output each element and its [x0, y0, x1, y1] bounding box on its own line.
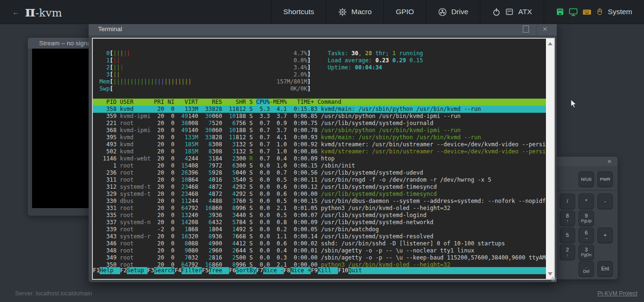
fkey-f4[interactable]: F4	[174, 267, 181, 274]
process-row-221[interactable]: 221 root 20 0 38008 7520 6756 S 0.7 0.9 …	[93, 120, 546, 127]
fkey-f7[interactable]: F7	[256, 267, 263, 274]
key-6[interactable]: 6→	[578, 227, 594, 243]
process-row-329[interactable]: 329 systemd-t 20 0 23468 4872 4292 S 0.0…	[93, 191, 546, 198]
key-3[interactable]: 3PgDn	[578, 244, 594, 260]
fkey-label-f7[interactable]: Nice -	[263, 267, 283, 274]
process-row-331[interactable]: 331 root 20 0 64792 16860 8996 S 0.0 2.1…	[93, 205, 546, 212]
key-8[interactable]: 8↑	[560, 210, 575, 226]
htop-screen: 0[|||||4.7%] 1[||0.0%] 2[|||3.4%] 3[||2.…	[93, 39, 546, 279]
keyboard-icon	[582, 8, 592, 16]
process-row-348[interactable]: 348 root 20 0 9080 2960 2644 S 0.0 0.4 0…	[93, 247, 546, 254]
htop-process-table: PID USER PRI NI VIRT RES SHR S CPU%-MEM%…	[93, 99, 546, 268]
process-row-1146[interactable]: 1146 kvmd-webt 20 0 4244 3184 2300 R 0.7…	[93, 155, 546, 162]
nav-item-system[interactable]: System	[544, 0, 644, 24]
fkey-f9[interactable]: F9	[311, 267, 317, 274]
power-icon	[492, 8, 501, 17]
process-row-359[interactable]: 359 kvmd-ipmi 20 0 49140 30060 10188 S 3…	[93, 113, 546, 120]
process-row-368[interactable]: 368 kvmd-ipmi 20 0 49140 30060 10188 S 0…	[93, 127, 546, 134]
nav-item-label: ATX	[518, 8, 532, 16]
nav-item-label: Shortcuts	[283, 8, 314, 16]
terminal-title: Terminal	[98, 25, 122, 33]
mouse-icon	[596, 7, 603, 17]
nav-item-gpio[interactable]: GPIO	[383, 0, 426, 24]
process-row-236[interactable]: 236 root 20 0 26396 5928 5040 S 0.0 0.7 …	[93, 169, 546, 176]
maximize-icon[interactable]	[523, 25, 529, 33]
fan-icon	[438, 8, 447, 17]
scroll-up-icon[interactable]	[548, 42, 553, 45]
meter-mem: Mem[|||||||||||||||||||||||157M/801M]	[99, 78, 311, 85]
fkey-f8[interactable]: F8	[284, 267, 290, 274]
fkey-f2[interactable]: F2	[120, 267, 127, 274]
process-row-493[interactable]: 493 kvmd 20 0 185M 8308 3132 S 0.7 1.0 0…	[93, 141, 546, 148]
key-asterisk[interactable]: *	[578, 193, 594, 209]
close-icon[interactable]: ×	[607, 157, 611, 165]
htop-cpu-mem-meters: 0[|||||4.7%] 1[||0.0%] 2[|||3.4%] 3[||2.…	[99, 50, 311, 92]
process-table-header[interactable]: PID USER PRI NI VIRT RES SHR S CPU%-MEM%…	[93, 99, 546, 106]
key-9[interactable]: 9PgUp	[578, 210, 594, 226]
fkey-label-f10[interactable]: Quit	[348, 267, 546, 274]
logo-pi: π	[25, 5, 35, 19]
fkey-label-f3[interactable]: Search	[154, 267, 174, 274]
fkey-f1[interactable]: F1	[93, 267, 99, 274]
scroll-down-icon[interactable]	[548, 272, 553, 276]
process-row-311[interactable]: 311 root 20 0 10864 4016 3540 S 0.0 0.5 …	[93, 176, 546, 184]
process-row-335[interactable]: 335 root 20 0 13240 3936 3440 S 0.0 0.5 …	[93, 212, 546, 219]
fkey-label-f2[interactable]: Setup	[127, 267, 147, 274]
navbar-left: ← π-kvm	[0, 0, 62, 24]
meter-3: 3[||2.0%]	[99, 71, 311, 78]
htop-info-line: Uptime: 00:04:34	[328, 64, 423, 71]
process-row-1[interactable]: 1 root 20 0 15408 7972 6300 S 0.0 1.0 0:…	[93, 162, 546, 169]
htop-info-line: Tasks: 30, 28 thr; 1 running	[328, 50, 423, 57]
key-ent[interactable]: Ent	[597, 261, 613, 277]
scrollbar[interactable]	[546, 39, 554, 279]
process-row-330[interactable]: 330 dbus 20 0 11244 4488 3760 S 0.0 0.5 …	[93, 198, 546, 205]
process-row-337[interactable]: 337 systemd-n 20 0 14208 6432 5784 S 0.0…	[93, 219, 546, 226]
htop-function-key-bar: F1Help F2Setup F3SearchF4FilterF5Tree F6…	[93, 267, 546, 274]
process-row-395[interactable]: 395 kvmd 20 0 133M 33828 11812 S 0.7 4.1…	[93, 134, 546, 141]
resize-grip[interactable]	[552, 277, 556, 282]
ethernet-icon	[556, 8, 564, 16]
fkey-f3[interactable]: F3	[148, 267, 154, 274]
fkey-label-f5[interactable]: Tree	[209, 267, 229, 274]
process-row-349[interactable]: 349 root 20 0 7032 2816 2500 S 0.0 0.3 0…	[93, 254, 546, 261]
nav-item-atx[interactable]: ATX	[480, 0, 544, 24]
fkey-label-f1[interactable]: Help	[99, 267, 120, 274]
process-row-502[interactable]: 502 kvmd 20 0 185M 8308 3132 S 0.7 1.0 0…	[93, 148, 546, 155]
process-row-343[interactable]: 343 systemd-r 20 0 16320 8936 7668 S 0.0…	[93, 233, 546, 240]
close-icon[interactable]: ×	[537, 23, 553, 35]
htop-info-block: Tasks: 30, 28 thr; 1 runningLoad average…	[328, 50, 423, 71]
nav-item-shortcuts[interactable]: Shortcuts	[271, 0, 326, 24]
nav-item-macro[interactable]: Macro	[326, 0, 383, 24]
key-5[interactable]: 5	[560, 227, 575, 243]
fkey-f10[interactable]: F10	[338, 267, 348, 274]
fkey-label-f9[interactable]: Kill	[318, 267, 338, 274]
key-plus[interactable]: +	[597, 227, 613, 243]
fkey-f6[interactable]: F6	[229, 267, 236, 274]
back-arrow-button[interactable]: ←	[12, 8, 19, 16]
meter-swp: Swp[0K/0K]	[99, 85, 311, 92]
key-pwr[interactable]: PWR	[597, 171, 613, 187]
fkey-label-f6[interactable]: SortBy	[236, 267, 256, 274]
key-minus[interactable]: -	[597, 193, 613, 209]
meter-1: 1[||0.0%]	[99, 57, 311, 64]
htop-info-line: Load average: 0.23 0.29 0.15	[328, 57, 423, 64]
process-row-339[interactable]: 339 root -2 0 1868 1804 1492 S 0.0 0.2 0…	[93, 226, 546, 233]
key-nus[interactable]: N/US	[578, 171, 594, 187]
fkey-label-f8[interactable]: Nice +	[290, 267, 311, 274]
meter-0: 0[|||||4.7%]	[99, 50, 311, 57]
process-row-358[interactable]: 358 kvmd 20 0 133M 33828 11812 S 5.3 4.1…	[93, 106, 546, 113]
fkey-label-f4[interactable]: Filter	[182, 267, 202, 274]
nav-item-label: System	[608, 8, 632, 16]
monitor-icon	[569, 8, 578, 17]
process-row-346[interactable]: 346 root 20 0 8088 4900 4412 S 0.0 0.6 0…	[93, 240, 546, 247]
terminal-titlebar[interactable]: Terminal ×	[89, 23, 557, 35]
fkey-f5[interactable]: F5	[202, 267, 208, 274]
nav-item-drive[interactable]: Drive	[426, 0, 480, 24]
key-2[interactable]: 2↓	[560, 244, 575, 260]
pikvm-logo[interactable]: π-kvm	[25, 5, 62, 19]
pikvm-project-link[interactable]: Pi-KVM Project	[597, 290, 637, 297]
process-row-312[interactable]: 312 systemd-t 20 0 23468 4872 4292 S 0.0…	[93, 184, 546, 191]
key-slash[interactable]: /	[560, 193, 575, 209]
terminal-content: 0[|||||4.7%] 1[||0.0%] 2[|||3.4%] 3[||2.…	[92, 38, 555, 280]
key-del[interactable]: .Del	[578, 261, 594, 277]
